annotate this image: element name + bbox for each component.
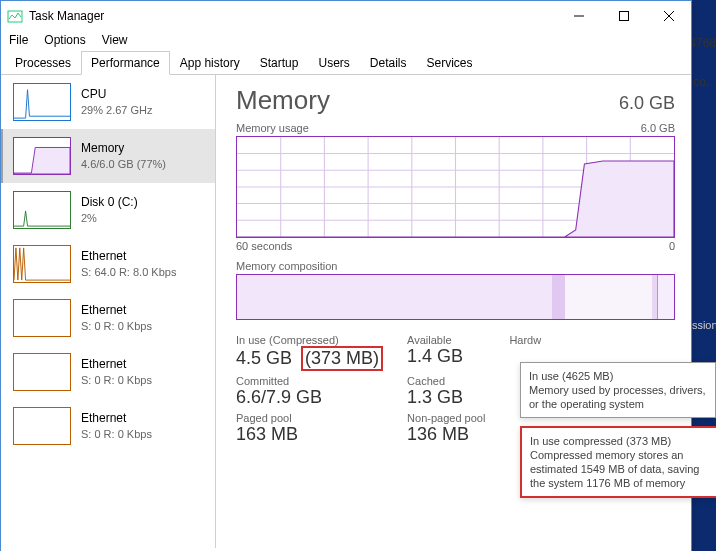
stat-nonpaged-value: 136 MB bbox=[407, 424, 485, 445]
page-title: Memory bbox=[236, 85, 330, 116]
memory-stats: In use (Compressed) 4.5 GB (373 MB) Avai… bbox=[236, 334, 541, 445]
sidebar-item-ethernet-0[interactable]: Ethernet S: 64.0 R: 8.0 Kbps bbox=[1, 237, 215, 291]
sidebar-item-ethernet-1[interactable]: Ethernet S: 0 R: 0 Kbps bbox=[1, 291, 215, 345]
sidebar-item-label: Disk 0 (C:) bbox=[81, 194, 138, 210]
ethernet-thumb-icon bbox=[13, 353, 71, 391]
menu-options[interactable]: Options bbox=[44, 33, 85, 47]
close-button[interactable] bbox=[646, 1, 691, 31]
stat-hardware-label: Hardw bbox=[509, 334, 541, 346]
stat-available-value: 1.4 GB bbox=[407, 346, 485, 367]
sidebar-item-sub: 2% bbox=[81, 210, 138, 226]
chart-xleft: 60 seconds bbox=[236, 240, 292, 252]
stat-paged-value: 163 MB bbox=[236, 424, 383, 445]
composition-label: Memory composition bbox=[236, 260, 675, 272]
menu-view[interactable]: View bbox=[102, 33, 128, 47]
sidebar-item-sub: S: 0 R: 0 Kbps bbox=[81, 318, 152, 334]
stat-available-label: Available bbox=[407, 334, 485, 346]
memory-composition-chart[interactable] bbox=[236, 274, 675, 320]
ethernet-thumb-icon bbox=[13, 407, 71, 445]
svg-rect-0 bbox=[8, 11, 22, 22]
sidebar-item-ethernet-2[interactable]: Ethernet S: 0 R: 0 Kbps bbox=[1, 345, 215, 399]
minimize-button[interactable] bbox=[556, 1, 601, 31]
sidebar-item-ethernet-3[interactable]: Ethernet S: 0 R: 0 Kbps bbox=[1, 399, 215, 453]
tab-details[interactable]: Details bbox=[360, 51, 417, 75]
maximize-button[interactable] bbox=[601, 1, 646, 31]
sidebar[interactable]: CPU 29% 2.67 GHz Memory 4.6/6.0 GB (77%) bbox=[1, 75, 216, 548]
memory-usage-chart[interactable] bbox=[236, 136, 675, 238]
memory-capacity: 6.0 GB bbox=[619, 93, 675, 114]
tab-app-history[interactable]: App history bbox=[170, 51, 250, 75]
stat-cached-label: Cached bbox=[407, 375, 485, 387]
stat-committed-label: Committed bbox=[236, 375, 383, 387]
svg-marker-5 bbox=[14, 147, 70, 174]
tab-services[interactable]: Services bbox=[417, 51, 483, 75]
sidebar-item-sub: 29% 2.67 GHz bbox=[81, 102, 153, 118]
tab-processes[interactable]: Processes bbox=[5, 51, 81, 75]
cpu-thumb-icon bbox=[13, 83, 71, 121]
sidebar-item-sub: S: 0 R: 0 Kbps bbox=[81, 372, 152, 388]
tooltip-title: In use (4625 MB) bbox=[529, 369, 707, 383]
ethernet-thumb-icon bbox=[13, 299, 71, 337]
sidebar-item-memory[interactable]: Memory 4.6/6.0 GB (77%) bbox=[1, 129, 215, 183]
stat-cached-value: 1.3 GB bbox=[407, 387, 485, 408]
tab-startup[interactable]: Startup bbox=[250, 51, 309, 75]
chart-label: Memory usage bbox=[236, 122, 309, 134]
window-title: Task Manager bbox=[29, 9, 104, 23]
stat-committed-value: 6.6/7.9 GB bbox=[236, 387, 383, 408]
sidebar-item-sub: 4.6/6.0 GB (77%) bbox=[81, 156, 166, 172]
app-icon bbox=[7, 8, 23, 24]
tooltip-body: Memory used by processes, drivers, or th… bbox=[529, 383, 707, 411]
sidebar-item-label: Ethernet bbox=[81, 248, 176, 264]
ethernet-thumb-icon bbox=[13, 245, 71, 283]
tab-users[interactable]: Users bbox=[308, 51, 359, 75]
disk-thumb-icon bbox=[13, 191, 71, 229]
chart-ymax: 6.0 GB bbox=[641, 122, 675, 134]
sidebar-item-sub: S: 0 R: 0 Kbps bbox=[81, 426, 152, 442]
stat-inuse-compressed: (373 MB) bbox=[301, 346, 383, 371]
stat-paged-label: Paged pool bbox=[236, 412, 383, 424]
sidebar-item-disk[interactable]: Disk 0 (C:) 2% bbox=[1, 183, 215, 237]
menu-file[interactable]: File bbox=[9, 33, 28, 47]
tooltip-inuse: In use (4625 MB) Memory used by processe… bbox=[520, 362, 716, 418]
tab-performance[interactable]: Performance bbox=[81, 51, 170, 75]
stat-nonpaged-label: Non-paged pool bbox=[407, 412, 485, 424]
tooltip-body: Compressed memory stores an estimated 15… bbox=[530, 448, 708, 490]
chart-xright: 0 bbox=[669, 240, 675, 252]
tooltip-title: In use compressed (373 MB) bbox=[530, 434, 708, 448]
memory-thumb-icon bbox=[13, 137, 71, 175]
sidebar-item-label: Ethernet bbox=[81, 356, 152, 372]
sidebar-item-sub: S: 64.0 R: 8.0 Kbps bbox=[81, 264, 176, 280]
sidebar-item-cpu[interactable]: CPU 29% 2.67 GHz bbox=[1, 75, 215, 129]
svg-rect-2 bbox=[619, 12, 628, 21]
stat-inuse-label: In use (Compressed) bbox=[236, 334, 383, 346]
tooltip-inuse-compressed: In use compressed (373 MB) Compressed me… bbox=[520, 426, 716, 498]
sidebar-item-label: Ethernet bbox=[81, 410, 152, 426]
sidebar-item-label: Ethernet bbox=[81, 302, 152, 318]
stat-inuse-value: 4.5 GB (373 MB) bbox=[236, 346, 383, 371]
titlebar[interactable]: Task Manager bbox=[1, 1, 691, 31]
sidebar-item-label: Memory bbox=[81, 140, 166, 156]
sidebar-item-label: CPU bbox=[81, 86, 153, 102]
tabstrip: Processes Performance App history Startu… bbox=[1, 51, 691, 75]
menubar: File Options View bbox=[1, 31, 691, 51]
